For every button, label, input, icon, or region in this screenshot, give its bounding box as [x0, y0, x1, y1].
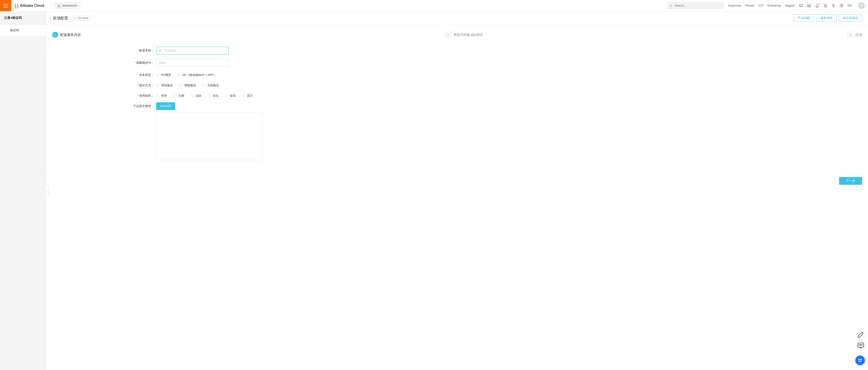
workbench-button[interactable]: Workbench [54, 2, 81, 9]
go-back-button[interactable]: Go back [72, 15, 91, 21]
row-scene: *使用场景： 登录 注册 活动 论坛 短信 其它 [125, 92, 350, 98]
workbench-label: Workbench [62, 4, 77, 7]
step-1: 1 配置服务内容 [52, 32, 81, 38]
next-step-button[interactable]: 下一步 [839, 177, 862, 185]
svg-rect-16 [861, 361, 862, 362]
svg-point-11 [861, 345, 861, 345]
apps-fab-button[interactable] [855, 356, 865, 365]
nav-tickets[interactable]: Tickets [745, 4, 754, 7]
svg-point-5 [825, 6, 825, 7]
hamburger-icon [3, 4, 8, 7]
svg-rect-3 [799, 4, 802, 7]
step-2-label: 系统代码集成&测试 [454, 33, 483, 37]
radio-icon [174, 94, 177, 97]
radio-icon [156, 73, 159, 76]
row-peak-qps: *高峰期QPS： [125, 59, 350, 67]
top-icon-tray: EN [799, 2, 868, 9]
scene-option-register[interactable]: 注册 [174, 94, 184, 98]
radio-icon [156, 94, 159, 97]
biz-type-option-pc[interactable]: PC网页 [156, 73, 171, 77]
screenshot-icon[interactable] [807, 4, 811, 8]
product-features-button[interactable]: 产品功能 [794, 14, 814, 22]
search-icon [670, 4, 673, 7]
svg-rect-15 [859, 361, 860, 362]
radio-icon [208, 94, 211, 97]
step-2: 2 系统代码集成&测试 [445, 32, 483, 38]
scene-option-sms[interactable]: 短信 [225, 94, 236, 98]
verify-mode-option-slide[interactable]: 滑动验证 [156, 83, 173, 88]
row-verify-mode: *验证方式： 滑动验证 智能验证 无痕验证 [125, 81, 350, 88]
sidebar-collapse-handle[interactable] [46, 186, 49, 195]
svg-rect-0 [3, 4, 8, 4]
divider [51, 3, 51, 8]
verify-mode-option-smart[interactable]: 智能验证 [179, 83, 196, 88]
pencil-icon [857, 331, 865, 339]
label-preview: 产品形态预览 [133, 104, 151, 108]
scene-option-forum[interactable]: 论坛 [208, 94, 219, 98]
bulb-icon[interactable] [831, 4, 835, 8]
service-deprecate-button[interactable]: 服务停用 [816, 14, 837, 22]
label-verify-mode: 验证方式 [139, 83, 151, 87]
go-back-label: Go back [78, 16, 88, 20]
nav-icp[interactable]: ICP [758, 4, 763, 7]
radio-icon [179, 84, 182, 87]
nav-support[interactable]: Support [785, 4, 795, 7]
brand-mark-icon: (‑) [14, 3, 18, 8]
brand-text: Alibaba Cloud [20, 4, 44, 8]
label-scene: 使用场景 [139, 94, 151, 97]
label-biz-type: 业务类型 [139, 73, 151, 76]
cart-icon[interactable] [823, 4, 827, 8]
config-form: *配置名称： *高峰期QPS： *业务类型： PC网页 [125, 47, 350, 160]
radio-icon [191, 94, 194, 97]
home-icon [57, 4, 61, 7]
svg-point-6 [826, 6, 827, 7]
nav-enterprise[interactable]: Enterprise [767, 4, 781, 7]
label-peak-qps: 高峰期QPS [136, 61, 151, 64]
apps-grid-icon [858, 358, 862, 362]
collapse-icon [46, 190, 49, 192]
scene-option-activity[interactable]: 活动 [191, 94, 202, 98]
search-input[interactable] [675, 4, 721, 7]
biz-type-option-h5[interactable]: H5（移动端WAP + APP） [178, 73, 217, 77]
radio-icon [178, 73, 181, 76]
feedback-float-button[interactable] [857, 341, 865, 350]
svg-rect-14 [861, 359, 862, 360]
form-footer: 下一步 [46, 174, 868, 188]
preview-box [156, 113, 262, 160]
config-name-input[interactable] [156, 47, 228, 55]
brand-logo[interactable]: (‑) Alibaba Cloud [11, 3, 48, 8]
step-1-label: 配置服务内容 [60, 33, 81, 37]
row-biz-type: *业务类型： PC网页 H5（移动端WAP + APP） [125, 71, 350, 77]
nav-expenses[interactable]: Expenses [728, 4, 741, 7]
verify-mode-option-invisible[interactable]: 无痕验证 [202, 83, 219, 88]
cloudshell-icon[interactable] [799, 4, 803, 8]
radio-icon [156, 84, 159, 87]
svg-point-12 [862, 345, 862, 345]
language-switch[interactable]: EN [848, 4, 852, 7]
page-action-buttons: 产品功能 服务停用 购买资源包 [792, 14, 862, 22]
peak-qps-input[interactable] [156, 59, 228, 67]
step-3-label: 完成 [855, 33, 862, 37]
buy-resource-button[interactable]: 购买资源包 [839, 14, 862, 22]
step-1-number: 1 [52, 32, 58, 38]
sidebar-item-captcha[interactable]: 验证码 [0, 25, 46, 36]
step-3-number: 3 [847, 32, 853, 38]
wizard-steps: 1 配置服务内容 2 系统代码集成&测试 3 完成 [46, 25, 868, 42]
edit-float-button[interactable] [857, 331, 865, 339]
help-icon[interactable] [839, 4, 844, 8]
page-header: 新增配置 Go back 产品功能 服务停用 购买资源包 [46, 11, 868, 25]
return-icon [74, 17, 76, 19]
label-config-name: 配置名称 [139, 49, 151, 52]
svg-rect-1 [3, 5, 8, 6]
sidebar-title: 云盾●验证码 [0, 11, 46, 25]
demo-page-button[interactable]: Demo页 [156, 102, 175, 110]
bell-icon[interactable] [815, 4, 819, 8]
user-avatar[interactable] [858, 2, 865, 9]
chat-icon [857, 342, 865, 349]
global-search[interactable] [667, 2, 724, 9]
menu-toggle-button[interactable] [0, 0, 11, 11]
scene-option-login[interactable]: 登录 [156, 94, 167, 98]
scene-option-other[interactable]: 其它 [242, 94, 253, 98]
row-preview: 产品形态预览： Demo页 [125, 102, 350, 160]
radio-icon [242, 94, 245, 97]
